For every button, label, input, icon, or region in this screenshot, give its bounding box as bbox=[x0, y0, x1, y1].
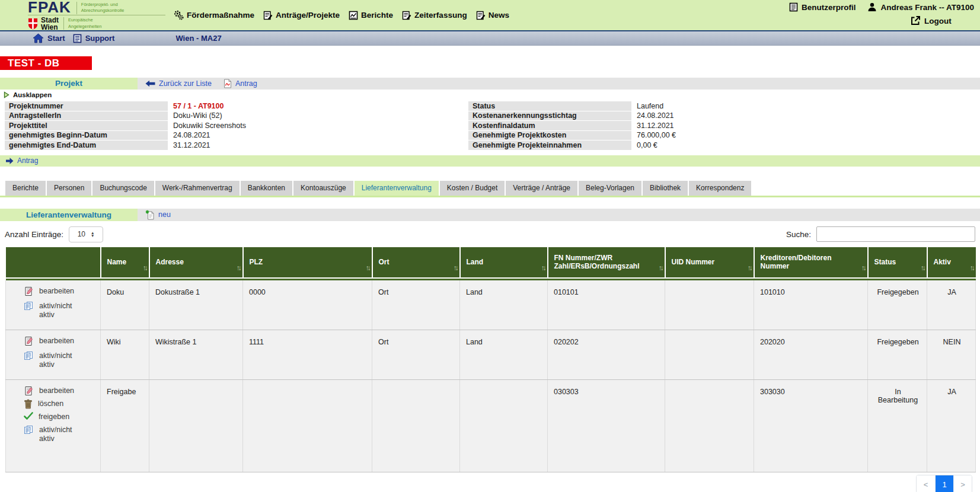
edit-icon bbox=[24, 286, 34, 296]
tab-buchungscode[interactable]: Buchungscode bbox=[92, 181, 154, 196]
field-projektkosten: Genehmigte Projektkosten 76.000,00 € bbox=[468, 131, 932, 140]
action-bearbeiten[interactable]: bearbeiten bbox=[24, 386, 95, 396]
cell-actions: bearbeiten löschen bbox=[6, 380, 101, 472]
benutzerprofil-button[interactable]: Benutzerprofil bbox=[789, 2, 856, 12]
col-fn-nummer[interactable]: FN Nummer/ZWR Zahl/ERsB/Ordnungszahl↑↓ bbox=[548, 247, 665, 278]
col-adresse[interactable]: Adresse↑↓ bbox=[149, 247, 243, 278]
action-aktiv-nicht-aktiv[interactable]: aktiv/nicht aktiv bbox=[24, 425, 95, 444]
cell-adresse: Dokustraße 1 bbox=[149, 280, 243, 330]
subnav-org-label: Wien - MA27 bbox=[175, 34, 221, 43]
entries-select[interactable]: 10 ▲ ▼ bbox=[69, 226, 103, 242]
tab-kosten-budget[interactable]: Kosten / Budget bbox=[440, 181, 505, 196]
tab-berichte[interactable]: Berichte bbox=[5, 181, 46, 196]
tab-kontoauszuege[interactable]: Kontoauszüge bbox=[293, 181, 353, 196]
project-panel-bar: Projekt Zurück zur Liste Antrag bbox=[0, 78, 980, 90]
table-row: bearbeiten aktiv/nicht aktiv bbox=[6, 280, 976, 330]
cell-land bbox=[460, 380, 548, 472]
section-title: Lieferantenverwaltung bbox=[0, 209, 138, 221]
col-land[interactable]: Land↑↓ bbox=[460, 247, 548, 278]
cell-name: Wiki bbox=[101, 330, 149, 379]
cell-status: In Bearbeitung bbox=[868, 380, 927, 472]
cell-plz: 1111 bbox=[243, 330, 372, 379]
cell-actions: bearbeiten aktiv/nicht aktiv bbox=[6, 330, 101, 379]
cell-uid-nummer bbox=[665, 380, 754, 472]
antrag-pdf-link[interactable]: Antrag bbox=[235, 79, 257, 88]
tab-lieferantenverwaltung[interactable]: Lieferantenverwaltung bbox=[355, 181, 439, 196]
logout-icon bbox=[911, 16, 921, 25]
cell-aktiv: NEIN bbox=[927, 330, 976, 379]
tab-bankkonten[interactable]: Bankkonten bbox=[241, 181, 292, 196]
nav-berichte[interactable]: Berichte bbox=[349, 11, 393, 20]
field-projektnummer: Projektnummer 57 / 1 - AT9100 bbox=[5, 101, 468, 111]
document-edit-icon bbox=[402, 11, 411, 20]
triangle-right-icon bbox=[4, 91, 9, 98]
action-bearbeiten[interactable]: bearbeiten bbox=[24, 286, 95, 296]
subnav-support[interactable]: Support bbox=[73, 34, 115, 43]
nav-zeiterfassung[interactable]: Zeiterfassung bbox=[402, 11, 467, 20]
home-icon bbox=[33, 33, 44, 43]
sort-icon: ↑↓ bbox=[861, 264, 865, 272]
action-aktiv-nicht-aktiv[interactable]: aktiv/nicht aktiv bbox=[24, 301, 95, 320]
cell-ort: Ort bbox=[372, 280, 460, 330]
edit-icon bbox=[24, 386, 34, 396]
cell-aktiv: JA bbox=[927, 280, 976, 330]
cell-name: Freigabe bbox=[101, 380, 149, 472]
project-panel-title: Projekt bbox=[0, 78, 138, 90]
copy-icon bbox=[24, 425, 34, 435]
col-status[interactable]: Status↑↓ bbox=[868, 247, 927, 278]
gears-icon bbox=[174, 10, 184, 20]
section-bar: Lieferantenverwaltung neu bbox=[0, 209, 980, 221]
subnav-start[interactable]: Start bbox=[33, 33, 65, 43]
pagination-page-1[interactable]: 1 bbox=[935, 475, 953, 492]
current-user: Andreas Frank -- AT9100 bbox=[867, 2, 974, 12]
cell-adresse: Wikistraße 1 bbox=[149, 330, 243, 379]
cell-status: Freigegeben bbox=[868, 280, 927, 330]
tab-vertraege-antraege[interactable]: Verträge / Anträge bbox=[506, 181, 577, 196]
logout-button[interactable]: Logout bbox=[911, 16, 974, 25]
sort-icon: ↑↓ bbox=[454, 264, 457, 272]
tab-personen[interactable]: Personen bbox=[47, 181, 91, 196]
nav-foerdermassnahme[interactable]: Fördermaßnahme bbox=[174, 10, 254, 20]
col-ort[interactable]: Ort↑↓ bbox=[372, 247, 460, 278]
sort-icon: ↑↓ bbox=[366, 264, 369, 272]
top-header: FPAK Förderprojekt- und Abrechnungskontr… bbox=[0, 0, 980, 30]
col-name[interactable]: Name↑↓ bbox=[101, 247, 149, 278]
tab-korrespondenz[interactable]: Korrespondenz bbox=[689, 181, 751, 196]
pagination-prev-button[interactable]: < bbox=[917, 475, 935, 492]
list-icon bbox=[73, 34, 82, 43]
sort-icon: ↑↓ bbox=[921, 264, 924, 272]
action-bearbeiten[interactable]: bearbeiten bbox=[24, 336, 95, 346]
col-kreditoren[interactable]: Kreditoren/Debitoren Nummer↑↓ bbox=[754, 247, 868, 278]
col-aktiv[interactable]: Aktiv↑↓ bbox=[927, 247, 976, 278]
cell-ort: Ort bbox=[372, 330, 460, 379]
pagination-next-button[interactable]: > bbox=[953, 475, 972, 492]
cell-plz bbox=[243, 380, 372, 472]
lieferanten-table: Name↑↓ Adresse↑↓ PLZ↑↓ Ort↑↓ Land↑↓ FN N… bbox=[5, 247, 975, 473]
sub-nav: Start Support Wien - MA27 bbox=[0, 30, 980, 46]
field-kostenanerkennungsstichtag: Kostenanerkennungsstichtag 24.08.2021 bbox=[468, 111, 932, 121]
logo-stadt-wien: Stadt Wien bbox=[41, 17, 59, 31]
ausklappen-toggle[interactable]: Ausklappen bbox=[4, 91, 69, 98]
cell-uid-nummer bbox=[665, 330, 754, 379]
wien-shield-icon bbox=[28, 18, 38, 30]
cell-status: Freigegeben bbox=[868, 330, 927, 379]
col-plz[interactable]: PLZ↑↓ bbox=[243, 247, 372, 278]
check-icon bbox=[24, 412, 33, 420]
antrag-link[interactable]: Antrag bbox=[17, 156, 38, 165]
search-input[interactable] bbox=[816, 226, 975, 242]
tab-beleg-vorlagen[interactable]: Beleg-Vorlagen bbox=[579, 181, 641, 196]
nav-antraege-projekte[interactable]: Anträge/Projekte bbox=[263, 11, 340, 20]
project-tabs: Berichte Personen Buchungscode Werk-/Rah… bbox=[0, 181, 980, 197]
tab-werk-rahmenvertrag[interactable]: Werk-/Rahmenvertrag bbox=[155, 181, 240, 196]
logo-fpak: FPAK bbox=[28, 1, 71, 14]
col-uid-nummer[interactable]: UID Nummer↑↓ bbox=[665, 247, 754, 278]
copy-icon bbox=[24, 351, 34, 360]
right-arrow-icon bbox=[5, 157, 14, 165]
nav-news[interactable]: News bbox=[476, 11, 509, 20]
action-freigeben[interactable]: freigeben bbox=[24, 412, 95, 422]
neu-link[interactable]: neu bbox=[158, 210, 171, 219]
action-aktiv-nicht-aktiv[interactable]: aktiv/nicht aktiv bbox=[24, 351, 95, 370]
tab-bibliothek[interactable]: Bibliothek bbox=[643, 181, 688, 196]
action-loeschen[interactable]: löschen bbox=[24, 399, 95, 409]
back-to-list-link[interactable]: Zurück zur Liste bbox=[159, 79, 212, 88]
